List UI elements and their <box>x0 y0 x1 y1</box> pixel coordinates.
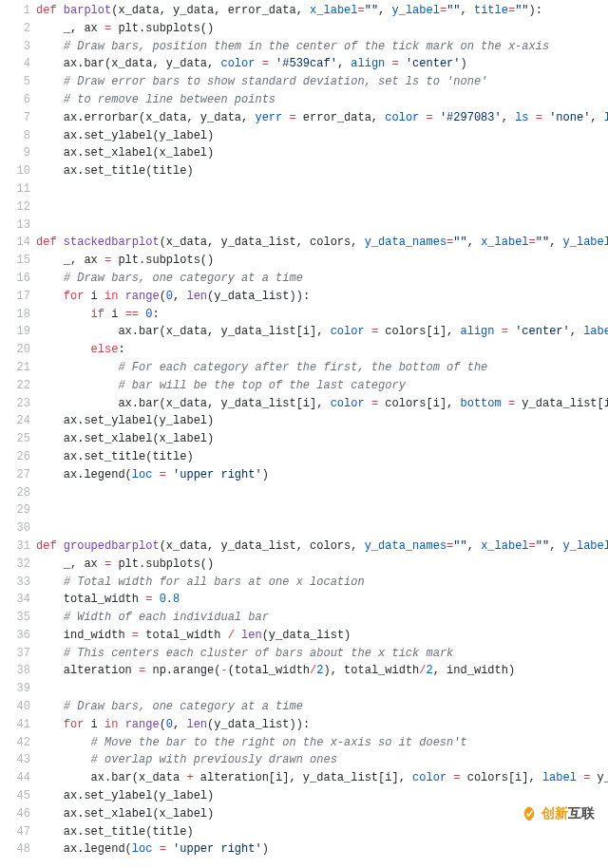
code-line: ax.set_ylabel(y_label) <box>36 787 608 805</box>
line-number: 22 <box>0 377 30 395</box>
line-number: 13 <box>0 217 30 235</box>
code-line: # Total width for all bars at one x loca… <box>36 574 608 592</box>
code-line <box>36 519 608 538</box>
code-line: for i in range(0, len(y_data_list)): <box>36 288 608 306</box>
line-number: 31 <box>0 538 30 556</box>
line-number: 7 <box>0 109 30 127</box>
line-number: 37 <box>0 645 30 663</box>
line-number: 14 <box>0 234 30 252</box>
code-line: def stackedbarplot(x_data, y_data_list, … <box>36 234 608 252</box>
line-number: 12 <box>0 198 30 217</box>
code-line: ax.set_title(title) <box>36 823 608 841</box>
code-line: ax.set_title(title) <box>36 448 608 466</box>
line-number: 30 <box>0 519 30 538</box>
code-line: alteration = np.arange(-(total_width/2),… <box>36 662 608 680</box>
code-line: ax.set_xlabel(x_label) <box>36 805 608 823</box>
code-line: # to remove line between points <box>36 91 608 109</box>
line-number: 42 <box>0 734 30 752</box>
line-number: 23 <box>0 395 30 413</box>
code-line: def groupedbarplot(x_data, y_data_list, … <box>36 538 608 556</box>
line-number: 4 <box>0 55 30 73</box>
code-line: ax.legend(loc = 'upper right') <box>36 466 608 484</box>
line-number: 34 <box>0 591 30 609</box>
code-block: 1234567891011121314151617181920212223242… <box>0 0 608 860</box>
code-line: # Width of each individual bar <box>36 609 608 627</box>
code-line: ax.set_xlabel(x_label) <box>36 144 608 162</box>
line-number: 6 <box>0 91 30 109</box>
code-line: # Draw bars, position them in the center… <box>36 38 608 56</box>
line-number: 17 <box>0 288 30 306</box>
code-line: # For each category after the first, the… <box>36 359 608 377</box>
code-line: ind_width = total_width / len(y_data_lis… <box>36 627 608 645</box>
code-line: ax.bar(x_data, y_data_list[i], color = c… <box>36 395 608 413</box>
line-number: 45 <box>0 787 30 805</box>
code-line <box>36 180 608 198</box>
line-number: 3 <box>0 38 30 56</box>
line-number: 25 <box>0 430 30 448</box>
code-line: total_width = 0.8 <box>36 591 608 609</box>
code-line: # Move the bar to the right on the x-axi… <box>36 734 608 752</box>
line-number: 20 <box>0 341 30 359</box>
code-line: # Draw error bars to show standard devia… <box>36 73 608 91</box>
code-line <box>36 198 608 217</box>
code-line: # Draw bars, one category at a time <box>36 698 608 716</box>
line-number: 32 <box>0 556 30 574</box>
code-line: ax.set_ylabel(y_label) <box>36 412 608 430</box>
code-line: ax.errorbar(x_data, y_data, yerr = error… <box>36 109 608 127</box>
line-number: 18 <box>0 306 30 324</box>
code-line <box>36 680 608 698</box>
code-line: else: <box>36 341 608 359</box>
code-line: # bar will be the top of the last catego… <box>36 377 608 395</box>
line-number: 47 <box>0 823 30 841</box>
code-line: _, ax = plt.subplots() <box>36 20 608 38</box>
code-line <box>36 217 608 235</box>
line-number: 8 <box>0 127 30 145</box>
line-number: 46 <box>0 805 30 823</box>
line-number: 27 <box>0 466 30 484</box>
line-number: 41 <box>0 716 30 734</box>
code-line: ax.legend(loc = 'upper right') <box>36 840 608 859</box>
line-number: 16 <box>0 270 30 288</box>
line-number: 39 <box>0 680 30 698</box>
line-number: 43 <box>0 751 30 769</box>
line-number: 48 <box>0 840 30 859</box>
code-line: ax.set_xlabel(x_label) <box>36 430 608 448</box>
line-number: 24 <box>0 412 30 430</box>
line-number: 36 <box>0 627 30 645</box>
code-content[interactable]: def barplot(x_data, y_data, error_data, … <box>36 2 608 859</box>
code-line: def barplot(x_data, y_data, error_data, … <box>36 2 608 20</box>
line-number: 1 <box>0 2 30 20</box>
line-number: 19 <box>0 323 30 341</box>
line-number: 33 <box>0 574 30 592</box>
line-number: 28 <box>0 484 30 502</box>
line-number: 35 <box>0 609 30 627</box>
line-number: 9 <box>0 144 30 162</box>
line-number: 44 <box>0 769 30 787</box>
line-number: 26 <box>0 448 30 466</box>
code-line: for i in range(0, len(y_data_list)): <box>36 716 608 734</box>
line-number: 21 <box>0 359 30 377</box>
line-number: 40 <box>0 698 30 716</box>
code-line <box>36 501 608 519</box>
line-number: 11 <box>0 180 30 198</box>
code-line: # Draw bars, one category at a time <box>36 270 608 288</box>
code-line: ax.bar(x_data, y_data, color = '#539caf'… <box>36 55 608 73</box>
line-number: 10 <box>0 162 30 180</box>
line-number: 38 <box>0 662 30 680</box>
code-line: # This centers each cluster of bars abou… <box>36 645 608 663</box>
code-line: if i == 0: <box>36 306 608 324</box>
line-number: 5 <box>0 73 30 91</box>
code-line: # overlap with previously drawn ones <box>36 751 608 769</box>
code-line: ax.set_ylabel(y_label) <box>36 127 608 145</box>
line-number: 15 <box>0 252 30 270</box>
code-line: _, ax = plt.subplots() <box>36 556 608 574</box>
line-number: 2 <box>0 20 30 38</box>
line-number: 29 <box>0 501 30 519</box>
line-number-gutter: 1234567891011121314151617181920212223242… <box>0 2 36 859</box>
code-line: ax.bar(x_data, y_data_list[i], color = c… <box>36 323 608 341</box>
code-line: ax.set_title(title) <box>36 162 608 180</box>
code-line: _, ax = plt.subplots() <box>36 252 608 270</box>
code-line <box>36 484 608 502</box>
code-line: ax.bar(x_data + alteration[i], y_data_li… <box>36 769 608 787</box>
